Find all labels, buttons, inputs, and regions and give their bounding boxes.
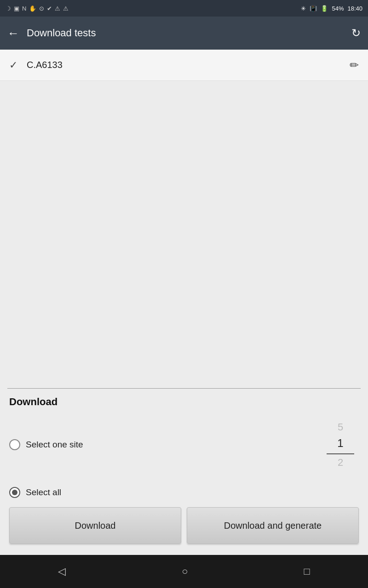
- picker-selected[interactable]: 1: [327, 435, 354, 454]
- item-name: C.A6133: [27, 60, 350, 70]
- select-all-radio[interactable]: [9, 487, 20, 498]
- battery-percent: 54%: [332, 5, 344, 12]
- buttons-row: Download Download and generate: [0, 507, 368, 555]
- vibrate-icon: 📳: [310, 5, 317, 12]
- main-content: Download Select one site 5 1 2 Select al…: [0, 81, 368, 555]
- select-all-text: Select all: [26, 487, 61, 498]
- status-bar: ☽ ▣ N ✋ ⊙ ✔ ⚠ ⚠ ✳ 📳 🔋 54% 18:40: [0, 0, 368, 17]
- moon-icon: ☽: [6, 5, 11, 12]
- empty-space: [0, 81, 368, 388]
- select-all-row[interactable]: Select all: [0, 478, 368, 507]
- n-icon: N: [22, 5, 26, 12]
- nav-recent-button[interactable]: □: [304, 565, 310, 577]
- picker-above: 5: [338, 419, 343, 435]
- select-one-site-text: Select one site: [26, 440, 83, 450]
- check-mark: ✓: [9, 59, 17, 71]
- check-icon: ✔: [47, 5, 52, 12]
- select-one-site-row: Select one site 5 1 2: [9, 412, 359, 478]
- nav-home-button[interactable]: ○: [182, 565, 188, 577]
- image-icon: ▣: [14, 5, 19, 12]
- picker-below: 2: [338, 454, 343, 470]
- bluetooth-icon: ✳: [301, 5, 306, 12]
- item-row: ✓ C.A6133 ✏: [0, 50, 368, 81]
- clock: 18:40: [347, 5, 362, 12]
- refresh-button[interactable]: ↻: [351, 27, 361, 40]
- back-button[interactable]: ←: [7, 27, 19, 39]
- nav-back-button[interactable]: ◁: [58, 565, 66, 577]
- warn2-icon: ⚠: [63, 5, 69, 12]
- edit-button[interactable]: ✏: [350, 59, 359, 72]
- select-one-site-label[interactable]: Select one site: [9, 439, 322, 450]
- select-one-site-radio[interactable]: [9, 439, 20, 450]
- status-icons-left: ☽ ▣ N ✋ ⊙ ✔ ⚠ ⚠: [6, 5, 69, 12]
- number-picker[interactable]: 5 1 2: [322, 419, 359, 470]
- app-bar-title: Download tests: [27, 27, 351, 39]
- battery-icon: 🔋: [321, 5, 328, 12]
- app-bar: ← Download tests ↻: [0, 17, 368, 50]
- download-section: Download Select one site 5 1 2: [0, 389, 368, 478]
- status-icons-right: ✳ 📳 🔋 54% 18:40: [301, 5, 362, 12]
- warn1-icon: ⚠: [55, 5, 60, 12]
- download-button[interactable]: Download: [9, 507, 181, 544]
- download-generate-button[interactable]: Download and generate: [187, 507, 359, 544]
- download-title: Download: [9, 396, 359, 408]
- dot-icon: ⊙: [39, 5, 44, 12]
- nav-bar: ◁ ○ □: [0, 555, 368, 588]
- hand-icon: ✋: [29, 5, 36, 12]
